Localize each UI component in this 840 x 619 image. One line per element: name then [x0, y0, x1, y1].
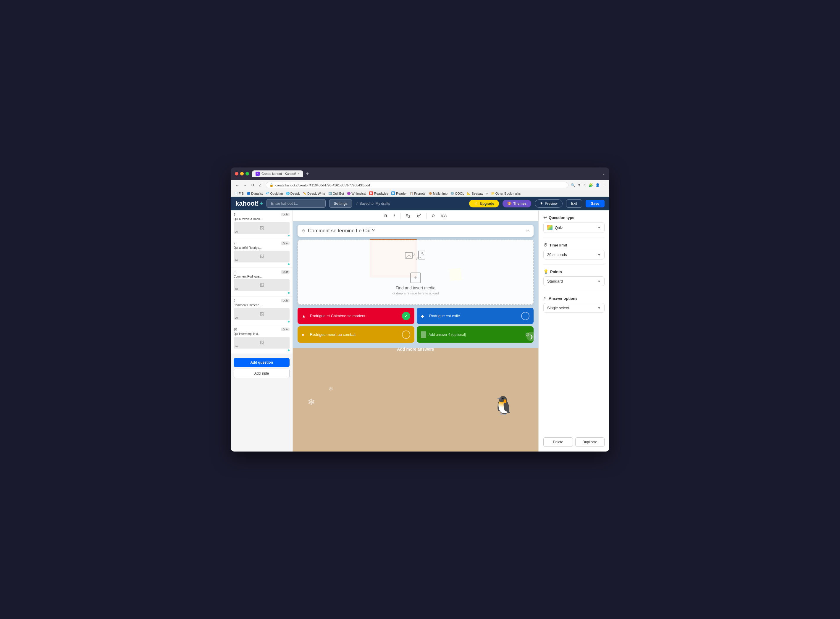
bookmarks-more[interactable]: »: [486, 192, 488, 195]
bookmark-readwise[interactable]: R Readwise: [369, 191, 388, 195]
bold-button[interactable]: B: [382, 213, 389, 219]
question-edit-icon: ⚙: [302, 229, 306, 233]
delete-button[interactable]: Delete: [543, 437, 573, 447]
refresh-button[interactable]: ↺: [250, 183, 255, 187]
quiz-item-8[interactable]: 8 Quiz Comment Rodrigue... 20 🖼: [231, 268, 292, 296]
bookmark-seesaw[interactable]: 📐 Seesaw: [467, 192, 483, 195]
add-slide-button[interactable]: Add slide: [234, 369, 289, 378]
quiz-item-6-badge: Quiz: [281, 213, 289, 216]
more-icon[interactable]: ⋮: [602, 183, 606, 187]
points-value: Standard: [547, 279, 563, 284]
profile-icon[interactable]: 👤: [595, 183, 600, 187]
divider-3: [543, 291, 604, 291]
home-button[interactable]: ⌂: [257, 183, 263, 187]
settings-button[interactable]: Settings: [329, 199, 352, 208]
bookmark-cool[interactable]: ⚙️ COOL: [451, 192, 464, 195]
center-canvas: B I X2 X2 Ω f(x): [293, 210, 538, 452]
exit-button[interactable]: Exit: [566, 199, 582, 208]
slide-next-button[interactable]: ❯: [527, 332, 536, 341]
forward-button[interactable]: →: [242, 183, 248, 187]
tab-favicon: K: [255, 172, 260, 176]
answer-options-section: ⁙ Answer options Single select ▼: [543, 296, 604, 313]
media-add-button[interactable]: +: [410, 272, 421, 283]
bookmark-dynalist[interactable]: 🔵 Dynalist: [247, 192, 263, 195]
minimize-button[interactable]: [240, 172, 244, 175]
bookmark-fis[interactable]: 📄 FIS: [234, 192, 244, 195]
bookmark-obsidian[interactable]: 💎 Obsidian: [266, 192, 283, 195]
new-tab-button[interactable]: +: [304, 170, 310, 177]
quiz-item-7-dot: [288, 263, 289, 265]
nav-buttons: ← → ↺ ⌂: [234, 183, 263, 187]
checkmark-icon: ✓: [404, 314, 408, 318]
kahoot-title-input[interactable]: Enter kahoot t...: [267, 199, 326, 208]
save-button[interactable]: Save: [586, 200, 604, 208]
bookmark-star-icon[interactable]: ☆: [583, 183, 586, 187]
tab-close-button[interactable]: ×: [298, 172, 300, 175]
window-controls: ⌄: [602, 172, 605, 176]
answer-3-shape: ●: [302, 332, 307, 337]
bookmark-mailchimp[interactable]: 🐵 Mailchimp: [428, 192, 448, 195]
quiz-item-9-badge: Quiz: [281, 299, 289, 302]
bookmark-pronote-label: Pronote: [414, 192, 426, 195]
duplicate-button[interactable]: Duplicate: [575, 437, 605, 447]
quiz-item-7[interactable]: 7 Quiz Qui a défié Rodrigu... 20 🖼: [231, 239, 292, 268]
answer-1-correct-button[interactable]: ✓: [402, 312, 410, 320]
bookmark-reader[interactable]: R Reader: [391, 191, 407, 195]
question-type-label: Question type: [549, 215, 574, 220]
quiz-item-10-header: 10 Quiz: [234, 327, 289, 331]
window-collapse-icon[interactable]: ⌄: [602, 172, 605, 176]
quiz-item-7-badge: Quiz: [281, 241, 289, 245]
bookmark-other[interactable]: 📁 Other Bookmarks: [491, 192, 521, 195]
answer-4-placeholder: Add answer 4 (optional): [428, 333, 523, 337]
media-upload-area[interactable]: + Find and insert media or drop an image…: [298, 240, 534, 305]
bookmark-pronote[interactable]: 📋 Pronote: [410, 192, 426, 195]
url-input[interactable]: 🔒 create.kahoot.it/creator/4119430d-f796…: [266, 182, 568, 188]
answer-2-correct-button[interactable]: [521, 312, 530, 320]
question-text-input[interactable]: [308, 228, 526, 234]
fx-button[interactable]: f(x): [439, 213, 449, 219]
back-button[interactable]: ←: [234, 183, 240, 187]
close-button[interactable]: [235, 172, 239, 175]
answer-card-4[interactable]: Add answer 4 (optional) 🖼: [417, 326, 534, 342]
bookmark-quillbot[interactable]: 🔤 QuillBot: [328, 192, 344, 195]
question-type-select[interactable]: Quiz ▼: [543, 222, 604, 233]
answer-3-correct-button[interactable]: [402, 330, 410, 339]
quiz-item-10-num: 10: [234, 328, 237, 331]
themes-button[interactable]: 🎨 Themes: [503, 200, 531, 208]
preview-button[interactable]: 👁 Preview: [535, 199, 562, 208]
bookmark-fis-label: FIS: [239, 192, 244, 195]
answers-grid: ▲ Rodrigue et Chimène se marient ✓ ◆ Rod…: [298, 308, 534, 342]
bookmark-other-label: Other Bookmarks: [495, 192, 521, 195]
add-more-answers-button[interactable]: Add more answers: [298, 345, 534, 353]
quiz-item-10[interactable]: 10 Quiz Qui interrompt le d... 20 🖼: [231, 325, 292, 354]
search-icon[interactable]: 🔍: [571, 183, 575, 187]
italic-button[interactable]: I: [391, 213, 397, 219]
superscript-button[interactable]: X2: [414, 212, 423, 219]
points-select[interactable]: Standard ▼: [543, 277, 604, 286]
upgrade-button[interactable]: ⭐ Upgrade: [469, 200, 499, 208]
quiz-item-9-num: 9: [234, 299, 236, 302]
answer-card-3[interactable]: ● Rodrigue meurt au combat: [298, 326, 414, 342]
quiz-item-6[interactable]: 6 Quiz Qui a révélé à Rodri... 20 🖼: [231, 210, 292, 239]
bookmark-deepl-write[interactable]: ✏️ DeepL Write: [303, 192, 325, 195]
quiz-item-6-num: 6: [234, 213, 236, 216]
subscript-button[interactable]: X2: [403, 212, 413, 219]
quiz-item-8-header: 8 Quiz: [234, 270, 289, 274]
omega-button[interactable]: Ω: [430, 213, 437, 219]
add-question-button[interactable]: Add question: [234, 358, 289, 367]
sidebar-actions: Add question Add slide: [231, 355, 292, 381]
answer-1-shape: ▲: [302, 314, 307, 318]
bookmark-deepl[interactable]: 🌐 DeepL: [286, 192, 300, 195]
maximize-button[interactable]: [246, 172, 249, 175]
bookmark-whimsical[interactable]: 🟣 Whimsical: [347, 192, 366, 195]
active-tab[interactable]: K Create kahoot - Kahoot! ×: [252, 170, 303, 177]
answer-card-2[interactable]: ◆ Rodrigue est exilé: [417, 308, 534, 324]
quiz-item-9[interactable]: 9 Quiz Comment Chimène... 20 🖼: [231, 296, 292, 325]
question-input-area[interactable]: ⚙ 93: [298, 225, 534, 237]
share-icon[interactable]: ⬆: [577, 183, 580, 187]
time-limit-select[interactable]: 20 seconds ▼: [543, 250, 604, 260]
answer-options-select[interactable]: Single select ▼: [543, 303, 604, 313]
points-label: Points: [550, 269, 562, 274]
extensions-icon[interactable]: 🧩: [589, 183, 593, 187]
answer-card-1[interactable]: ▲ Rodrigue et Chimène se marient ✓: [298, 308, 414, 324]
